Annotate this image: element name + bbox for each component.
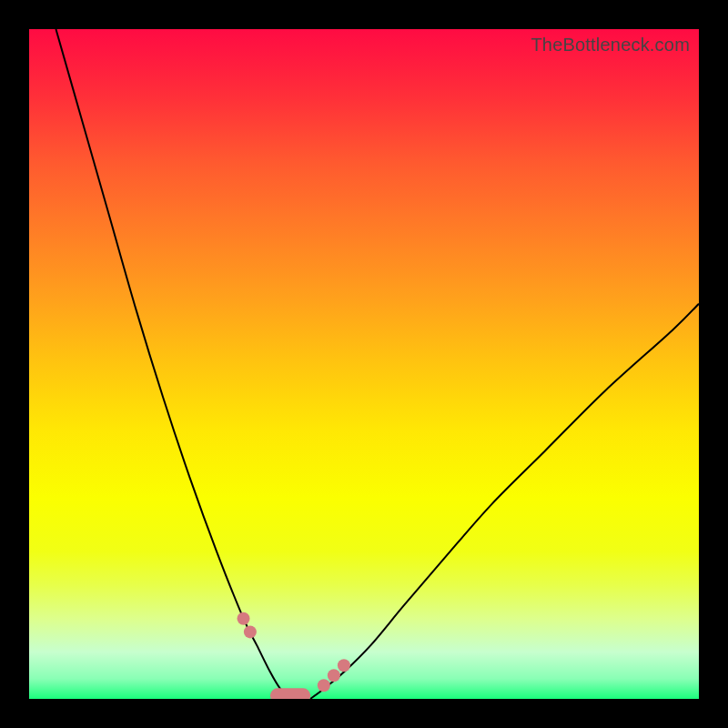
valley-bar bbox=[270, 688, 310, 699]
plot-area: TheBottleneck.com bbox=[29, 29, 699, 699]
marker-dot bbox=[338, 659, 350, 672]
curve-right-branch bbox=[310, 304, 699, 699]
valley-markers bbox=[238, 612, 350, 699]
curve-left-branch bbox=[56, 29, 290, 699]
marker-dot bbox=[318, 679, 330, 692]
marker-dot bbox=[238, 612, 250, 625]
watermark-text: TheBottleneck.com bbox=[531, 35, 690, 56]
marker-dot bbox=[244, 625, 257, 638]
marker-dot bbox=[328, 669, 340, 682]
outer-frame: TheBottleneck.com bbox=[0, 0, 728, 728]
chart-svg bbox=[29, 29, 699, 699]
